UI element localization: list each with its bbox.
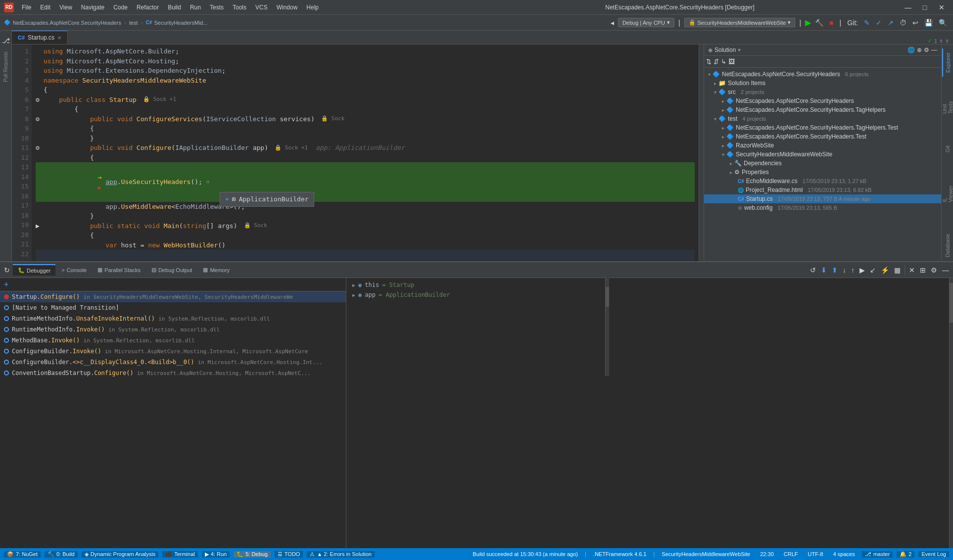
tree-src[interactable]: 🔷 src 2 projects bbox=[704, 88, 941, 96]
up-arrow[interactable]: ∧ bbox=[939, 38, 943, 44]
bt-table[interactable]: ▦ bbox=[892, 265, 903, 275]
git-edit-icon[interactable]: ✎ bbox=[862, 18, 872, 28]
sol-action-minimize[interactable]: — bbox=[931, 47, 937, 53]
stack-item-7[interactable]: ConventionBasedStartup.Configure() in Mi… bbox=[0, 368, 346, 378]
status-todo[interactable]: ☰ TODO bbox=[275, 551, 303, 558]
nav-back-icon[interactable]: ◂ bbox=[609, 18, 616, 28]
menu-view[interactable]: View bbox=[55, 2, 76, 13]
watch-expand-app[interactable]: ▶ bbox=[352, 292, 355, 298]
menu-run[interactable]: Run bbox=[186, 2, 205, 13]
tree-startup[interactable]: C# Startup.cs 17/05/2019 23:13, 757 B A … bbox=[704, 194, 941, 203]
status-encoding[interactable]: UTF-8 bbox=[805, 551, 826, 557]
status-run[interactable]: ▶ 4: Run bbox=[202, 551, 230, 558]
bt-restart[interactable]: ↺ bbox=[808, 265, 818, 275]
menu-tests[interactable]: Tests bbox=[206, 2, 228, 13]
tree-readme[interactable]: 🌐 Project_Readme.html 17/05/2019 23:13, … bbox=[704, 186, 941, 194]
bt-run-to[interactable]: ↑ bbox=[849, 265, 857, 275]
pull-icon[interactable]: Pull Requests bbox=[1, 49, 10, 84]
stack-item-6[interactable]: ConfigureBuilder.<>c__DisplayClass4_0.<B… bbox=[0, 357, 346, 368]
side-tab-il[interactable]: IL Viewer bbox=[940, 180, 953, 206]
side-tab-git[interactable]: Git bbox=[943, 141, 953, 156]
menu-tools[interactable]: Tools bbox=[229, 2, 250, 13]
bt-layout[interactable]: ⊞ bbox=[918, 265, 928, 275]
minimize-button[interactable]: — bbox=[901, 2, 915, 12]
side-tab-explorer[interactable]: Explorer bbox=[942, 48, 953, 77]
tree-taghelpers[interactable]: 🔷 NetEscapades.AspNetCore.SecurityHeader… bbox=[704, 105, 941, 114]
debug-config-button[interactable]: Debug | Any CPU ▾ bbox=[618, 18, 674, 27]
run-config-button[interactable]: 🔒 SecurityHeadersMiddlewareWebSite ▾ bbox=[684, 18, 796, 27]
menu-build[interactable]: Build bbox=[164, 2, 185, 13]
tree-deps[interactable]: 🔧 Dependencies bbox=[704, 159, 941, 168]
stack-item-0[interactable]: Startup.Configure() in SecurityHeadersMi… bbox=[0, 291, 346, 302]
status-debug[interactable]: 🐛 5: Debug bbox=[234, 551, 271, 558]
git-push-icon[interactable]: ↗ bbox=[886, 18, 896, 28]
status-terminal[interactable]: ⬛ Terminal bbox=[162, 551, 198, 558]
bt-step-over[interactable]: ⬇ bbox=[819, 265, 829, 275]
side-tab-unit-tests[interactable]: Unit Tests bbox=[940, 91, 953, 118]
tree-secmw[interactable]: 🔷 SecurityHeadersMiddlewareWebSite bbox=[704, 150, 941, 159]
status-event-log[interactable]: Event Log bbox=[918, 551, 949, 557]
breadcrumb-test[interactable]: test bbox=[129, 20, 138, 26]
commit-icon[interactable]: ⎇ bbox=[0, 35, 12, 47]
status-line-ending[interactable]: CRLF bbox=[781, 551, 801, 557]
menu-refactor[interactable]: Refactor bbox=[133, 2, 163, 13]
menu-vcs[interactable]: VCS bbox=[251, 2, 272, 13]
status-build[interactable]: 🔨 0: Build bbox=[45, 551, 78, 558]
breadcrumb-project[interactable]: NetEscapades.AspNetCore.SecurityHeaders bbox=[13, 20, 121, 26]
tree-sec-headers[interactable]: 🔷 NetEscapades.AspNetCore.SecurityHeader… bbox=[704, 96, 941, 105]
sol-action-2[interactable]: ⊕ bbox=[917, 47, 922, 53]
editor-scrollbar-v[interactable] bbox=[699, 45, 704, 261]
sol-action-1[interactable]: 🌐 bbox=[907, 47, 915, 53]
side-tab-db[interactable]: Database bbox=[943, 230, 953, 261]
bt-settings[interactable]: ⚙ bbox=[929, 265, 939, 275]
status-notifications[interactable]: 🔔 2 bbox=[897, 551, 914, 558]
down-arrow[interactable]: ∨ bbox=[945, 38, 949, 44]
bottom-tab-memory[interactable]: ▦ Memory bbox=[198, 265, 235, 275]
bottom-tab-debugger[interactable]: 🐛 Debugger bbox=[13, 264, 55, 276]
tree-tool-4[interactable]: 🖼 bbox=[728, 58, 735, 65]
tab-startup-cs[interactable]: C# Startup.cs ✕ bbox=[12, 31, 68, 44]
tree-test[interactable]: 🔷 test 4 projects bbox=[704, 114, 941, 123]
status-vcs[interactable]: ⎇ master bbox=[862, 551, 893, 558]
tree-tool-1[interactable]: ⇅ bbox=[706, 58, 712, 65]
stack-item-4[interactable]: MethodBase.Invoke() in System.Reflection… bbox=[0, 335, 346, 346]
bottom-tab-console[interactable]: > Console bbox=[56, 265, 92, 275]
bt-close[interactable]: ✕ bbox=[907, 265, 917, 275]
breadcrumb-file[interactable]: C# SecurityHeadersMid... bbox=[146, 20, 208, 26]
git-save-icon[interactable]: 💾 bbox=[922, 18, 935, 28]
menu-file[interactable]: File bbox=[18, 2, 35, 13]
stack-item-3[interactable]: RuntimeMethodInfo.Invoke() in System.Ref… bbox=[0, 324, 346, 335]
watch-expand-this[interactable]: ▶ bbox=[352, 282, 355, 288]
bt-minimize[interactable]: — bbox=[940, 265, 951, 275]
status-errors[interactable]: ⚠ ▲ 2: Errors in Solution bbox=[307, 551, 375, 558]
tree-razor[interactable]: 🔷 RazorWebSite bbox=[704, 141, 941, 150]
close-button[interactable]: ✕ bbox=[934, 2, 949, 12]
stop-icon[interactable]: ■ bbox=[827, 18, 835, 28]
code-area[interactable]: using Microsoft.AspNetCore.Builder; usin… bbox=[32, 45, 699, 261]
menu-help[interactable]: Help bbox=[302, 2, 323, 13]
editor[interactable]: 1 2 3 4 5 6 7 8 9 10 11 12 13 14 bbox=[12, 45, 704, 261]
bt-step-into[interactable]: ⬆ bbox=[830, 265, 840, 275]
tree-webconfig[interactable]: ⚙ web.config 17/05/2019 23:13, 565 B bbox=[704, 203, 941, 212]
stack-item-2[interactable]: RuntimeMethodInfo.UnsafeInvokeInternal()… bbox=[0, 313, 346, 324]
menu-edit[interactable]: Edit bbox=[36, 2, 54, 13]
tree-tool-2[interactable]: ⇵ bbox=[714, 58, 719, 65]
bottom-scrollbar-v[interactable] bbox=[949, 278, 953, 548]
maximize-button[interactable]: □ bbox=[917, 2, 932, 12]
tree-props[interactable]: ⚙ Properties bbox=[704, 168, 941, 177]
tree-tool-3[interactable]: ↳ bbox=[721, 58, 726, 65]
tree-tagtest[interactable]: 🔷 NetEscapades.AspNetCore.SecurityHeader… bbox=[704, 123, 941, 132]
bottom-tab-debug-output[interactable]: ▤ Debug Output bbox=[146, 265, 197, 275]
run-button[interactable]: ▶ bbox=[805, 18, 811, 27]
tree-echo[interactable]: C# EchoMiddleware.cs 17/05/2019 23:13, 1… bbox=[704, 177, 941, 186]
bt-exception[interactable]: ⚡ bbox=[879, 265, 891, 275]
build-icon[interactable]: 🔨 bbox=[813, 18, 825, 28]
tree-sectest[interactable]: 🔷 NetEscapades.AspNetCore.SecurityHeader… bbox=[704, 132, 941, 141]
add-frame-button[interactable]: + bbox=[4, 280, 8, 289]
status-dynamic[interactable]: ◈ Dynamic Program Analysis bbox=[82, 551, 158, 558]
bt-refresh[interactable]: ↻ bbox=[2, 265, 12, 275]
tab-close-button[interactable]: ✕ bbox=[57, 35, 61, 41]
git-search-icon[interactable]: 🔍 bbox=[937, 18, 949, 28]
tree-root[interactable]: 🔷 NetEscapades.AspNetCore.SecurityHeader… bbox=[704, 70, 941, 79]
bt-set-next[interactable]: ↙ bbox=[868, 265, 878, 275]
